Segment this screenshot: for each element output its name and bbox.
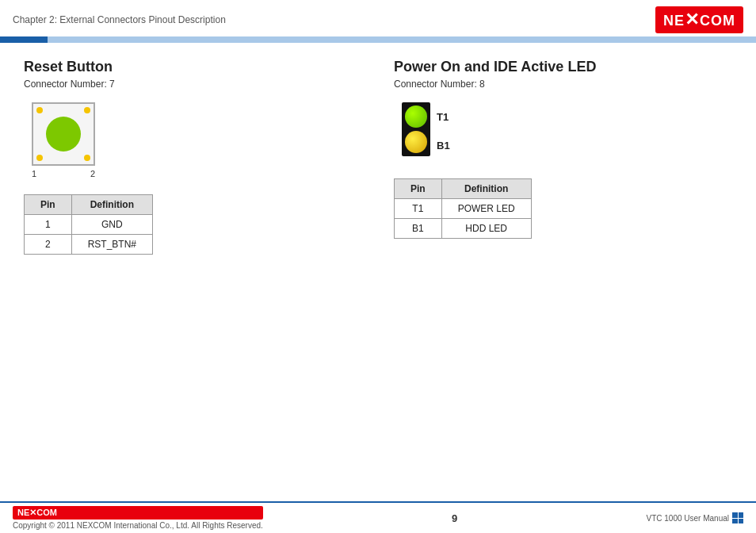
reset-dot-bl	[36, 155, 43, 161]
reset-def-1: GND	[71, 215, 152, 235]
windows-icon	[732, 512, 743, 523]
main-content: Reset Button Connector Number: 7 1 2 Pin…	[0, 43, 756, 270]
table-row: T1 POWER LED	[395, 199, 532, 219]
page-footer: NE✕COM Copyright © 2011 NEXCOM Internati…	[0, 501, 756, 533]
pin-labels: 1 2	[32, 169, 95, 178]
led-label-t1: T1	[437, 111, 450, 123]
accent-blue	[0, 36, 48, 43]
led-section-title: Power On and IDE Active LED	[394, 59, 732, 75]
reset-button-section: Reset Button Connector Number: 7 1 2 Pin…	[24, 59, 386, 255]
led-wrapper: T1 B1	[394, 102, 732, 163]
reset-dot-br	[84, 155, 90, 161]
page-header: Chapter 2: External Connectors Pinout De…	[0, 0, 756, 36]
footer-left: NE✕COM Copyright © 2011 NEXCOM Internati…	[13, 506, 263, 530]
reset-diagram	[32, 102, 95, 166]
reset-table-header-pin: Pin	[25, 195, 72, 215]
led-def-t1: POWER LED	[441, 199, 531, 219]
reset-circle	[46, 117, 81, 151]
accent-bar	[0, 36, 756, 43]
footer-page-number: 9	[452, 512, 457, 524]
led-yellow-circle	[405, 131, 427, 153]
reset-dot-tl	[36, 107, 43, 113]
pin-label-2: 2	[90, 169, 95, 178]
led-id-labels: T1 B1	[437, 102, 450, 159]
led-pin-b1: B1	[395, 219, 442, 239]
reset-section-title: Reset Button	[24, 59, 362, 75]
footer-logo: NE✕COM	[13, 506, 263, 520]
led-diagram	[402, 102, 430, 156]
led-connector-number: Connector Number: 8	[394, 79, 732, 90]
table-row: 2 RST_BTN#	[25, 235, 153, 255]
header-logo: NE✕COM	[655, 6, 743, 33]
led-section: Power On and IDE Active LED Connector Nu…	[386, 59, 732, 255]
reset-dot-tr	[84, 107, 90, 113]
reset-pin-1: 1	[25, 215, 72, 235]
led-label-b1: B1	[437, 140, 450, 151]
led-pin-t1: T1	[395, 199, 442, 219]
led-def-b1: HDD LED	[441, 219, 531, 239]
led-pin-table: Pin Definition T1 POWER LED B1 HDD LED	[394, 178, 532, 239]
led-table-header-pin: Pin	[395, 179, 442, 199]
accent-light	[48, 36, 756, 43]
footer-right: VTC 1000 User Manual	[647, 512, 744, 523]
footer-manual-title: VTC 1000 User Manual	[647, 514, 730, 523]
led-green-circle	[405, 105, 427, 128]
reset-def-2: RST_BTN#	[71, 235, 152, 255]
table-row: B1 HDD LED	[395, 219, 532, 239]
table-row: 1 GND	[25, 215, 153, 235]
reset-connector-number: Connector Number: 7	[24, 79, 362, 90]
chapter-title: Chapter 2: External Connectors Pinout De…	[13, 14, 226, 25]
pin-label-1: 1	[32, 169, 36, 178]
reset-pin-table: Pin Definition 1 GND 2 RST_BTN#	[24, 194, 153, 255]
led-table-header-def: Definition	[441, 179, 531, 199]
footer-copyright: Copyright © 2011 NEXCOM International Co…	[13, 521, 263, 530]
reset-pin-2: 2	[25, 235, 72, 255]
reset-table-header-def: Definition	[71, 195, 152, 215]
